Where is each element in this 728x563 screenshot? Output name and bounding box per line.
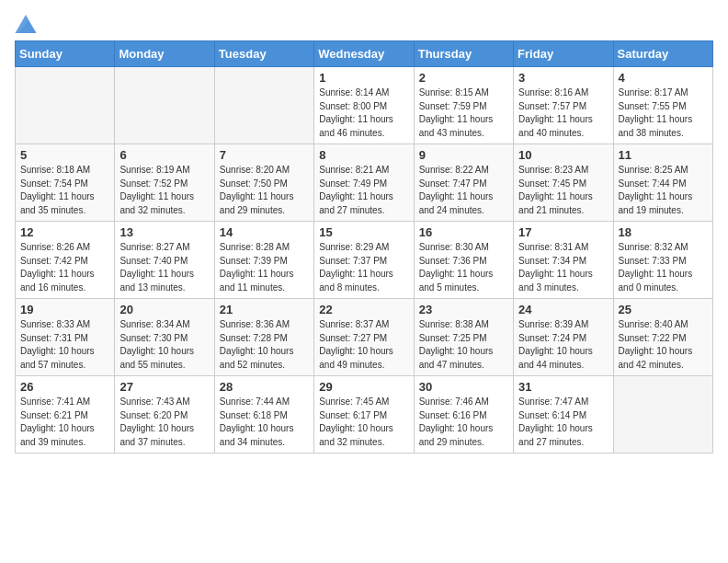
week-row-5: 26Sunrise: 7:41 AM Sunset: 6:21 PM Dayli… — [16, 376, 713, 454]
day-info: Sunrise: 8:17 AM Sunset: 7:55 PM Dayligh… — [619, 86, 708, 140]
day-number: 20 — [119, 303, 209, 316]
col-header-monday: Monday — [115, 41, 214, 67]
day-number: 1 — [319, 71, 408, 85]
day-number: 17 — [518, 225, 608, 239]
day-number: 7 — [220, 148, 309, 162]
logo — [15, 15, 40, 33]
day-info: Sunrise: 8:19 AM Sunset: 7:52 PM Dayligh… — [119, 164, 209, 217]
week-row-3: 12Sunrise: 8:26 AM Sunset: 7:42 PM Dayli… — [16, 222, 713, 299]
day-cell: 6Sunrise: 8:19 AM Sunset: 7:52 PM Daylig… — [115, 144, 214, 222]
day-info: Sunrise: 7:46 AM Sunset: 6:16 PM Dayligh… — [419, 396, 508, 449]
day-number: 3 — [518, 71, 608, 85]
day-number: 11 — [619, 148, 708, 162]
col-header-wednesday: Wednesday — [314, 41, 414, 67]
day-number: 24 — [518, 303, 608, 316]
day-cell: 15Sunrise: 8:29 AM Sunset: 7:37 PM Dayli… — [314, 222, 414, 299]
day-cell: 30Sunrise: 7:46 AM Sunset: 6:16 PM Dayli… — [414, 376, 513, 454]
day-number: 26 — [20, 380, 109, 394]
day-info: Sunrise: 7:43 AM Sunset: 6:20 PM Dayligh… — [119, 396, 209, 449]
day-cell: 3Sunrise: 8:16 AM Sunset: 7:57 PM Daylig… — [514, 67, 613, 144]
day-cell: 20Sunrise: 8:34 AM Sunset: 7:30 PM Dayli… — [115, 299, 214, 376]
day-info: Sunrise: 8:29 AM Sunset: 7:37 PM Dayligh… — [319, 241, 408, 294]
day-cell: 22Sunrise: 8:37 AM Sunset: 7:27 PM Dayli… — [314, 299, 414, 376]
header-row: SundayMondayTuesdayWednesdayThursdayFrid… — [16, 41, 713, 67]
day-cell: 14Sunrise: 8:28 AM Sunset: 7:39 PM Dayli… — [214, 222, 313, 299]
day-info: Sunrise: 8:26 AM Sunset: 7:42 PM Dayligh… — [20, 241, 109, 294]
day-number: 19 — [20, 303, 109, 316]
day-number: 23 — [419, 303, 508, 316]
week-row-2: 5Sunrise: 8:18 AM Sunset: 7:54 PM Daylig… — [16, 144, 713, 222]
day-cell: 19Sunrise: 8:33 AM Sunset: 7:31 PM Dayli… — [16, 299, 115, 376]
day-info: Sunrise: 7:41 AM Sunset: 6:21 PM Dayligh… — [20, 396, 109, 449]
day-cell: 4Sunrise: 8:17 AM Sunset: 7:55 PM Daylig… — [613, 67, 712, 144]
day-number: 15 — [319, 225, 408, 239]
day-number: 6 — [119, 148, 209, 162]
col-header-friday: Friday — [514, 41, 613, 67]
day-info: Sunrise: 8:38 AM Sunset: 7:25 PM Dayligh… — [419, 318, 508, 372]
day-cell: 27Sunrise: 7:43 AM Sunset: 6:20 PM Dayli… — [115, 376, 214, 454]
day-cell: 23Sunrise: 8:38 AM Sunset: 7:25 PM Dayli… — [414, 299, 513, 376]
day-cell: 24Sunrise: 8:39 AM Sunset: 7:24 PM Dayli… — [514, 299, 613, 376]
day-cell: 26Sunrise: 7:41 AM Sunset: 6:21 PM Dayli… — [16, 376, 115, 454]
day-cell: 18Sunrise: 8:32 AM Sunset: 7:33 PM Dayli… — [613, 222, 712, 299]
day-cell: 16Sunrise: 8:30 AM Sunset: 7:36 PM Dayli… — [414, 222, 513, 299]
day-number: 5 — [20, 148, 109, 162]
day-number: 10 — [518, 148, 608, 162]
day-number: 21 — [220, 303, 309, 316]
day-info: Sunrise: 7:44 AM Sunset: 6:18 PM Dayligh… — [220, 396, 309, 449]
day-info: Sunrise: 8:18 AM Sunset: 7:54 PM Dayligh… — [20, 164, 109, 217]
day-number: 2 — [419, 71, 508, 85]
day-cell — [613, 376, 712, 454]
day-info: Sunrise: 8:25 AM Sunset: 7:44 PM Dayligh… — [619, 164, 708, 217]
day-cell: 13Sunrise: 8:27 AM Sunset: 7:40 PM Dayli… — [115, 222, 214, 299]
day-cell: 31Sunrise: 7:47 AM Sunset: 6:14 PM Dayli… — [514, 376, 613, 454]
day-cell: 7Sunrise: 8:20 AM Sunset: 7:50 PM Daylig… — [214, 144, 313, 222]
day-number: 25 — [619, 303, 708, 316]
day-info: Sunrise: 8:16 AM Sunset: 7:57 PM Dayligh… — [518, 86, 608, 140]
col-header-sunday: Sunday — [16, 41, 115, 67]
day-cell: 1Sunrise: 8:14 AM Sunset: 8:00 PM Daylig… — [314, 67, 414, 144]
day-cell: 25Sunrise: 8:40 AM Sunset: 7:22 PM Dayli… — [613, 299, 712, 376]
day-number: 28 — [220, 380, 309, 394]
day-number: 4 — [619, 71, 708, 85]
day-cell: 10Sunrise: 8:23 AM Sunset: 7:45 PM Dayli… — [514, 144, 613, 222]
calendar-table: SundayMondayTuesdayWednesdayThursdayFrid… — [15, 40, 713, 454]
day-number: 9 — [419, 148, 508, 162]
day-info: Sunrise: 8:15 AM Sunset: 7:59 PM Dayligh… — [419, 86, 508, 140]
day-info: Sunrise: 8:23 AM Sunset: 7:45 PM Dayligh… — [518, 164, 608, 217]
day-number: 31 — [518, 380, 608, 394]
day-info: Sunrise: 8:32 AM Sunset: 7:33 PM Dayligh… — [619, 241, 708, 294]
day-info: Sunrise: 8:20 AM Sunset: 7:50 PM Dayligh… — [220, 164, 309, 217]
day-cell: 8Sunrise: 8:21 AM Sunset: 7:49 PM Daylig… — [314, 144, 414, 222]
day-info: Sunrise: 8:31 AM Sunset: 7:34 PM Dayligh… — [518, 241, 608, 294]
day-number: 29 — [319, 380, 408, 394]
day-number: 18 — [619, 225, 708, 239]
col-header-thursday: Thursday — [414, 41, 513, 67]
logo-icon — [15, 15, 37, 33]
day-info: Sunrise: 8:36 AM Sunset: 7:28 PM Dayligh… — [220, 318, 309, 372]
day-info: Sunrise: 8:30 AM Sunset: 7:36 PM Dayligh… — [419, 241, 508, 294]
day-info: Sunrise: 8:39 AM Sunset: 7:24 PM Dayligh… — [518, 318, 608, 372]
day-number: 27 — [119, 380, 209, 394]
day-info: Sunrise: 8:28 AM Sunset: 7:39 PM Dayligh… — [220, 241, 309, 294]
day-cell: 5Sunrise: 8:18 AM Sunset: 7:54 PM Daylig… — [16, 144, 115, 222]
day-info: Sunrise: 8:21 AM Sunset: 7:49 PM Dayligh… — [319, 164, 408, 217]
week-row-4: 19Sunrise: 8:33 AM Sunset: 7:31 PM Dayli… — [16, 299, 713, 376]
day-cell: 29Sunrise: 7:45 AM Sunset: 6:17 PM Dayli… — [314, 376, 414, 454]
day-cell: 12Sunrise: 8:26 AM Sunset: 7:42 PM Dayli… — [16, 222, 115, 299]
day-info: Sunrise: 8:34 AM Sunset: 7:30 PM Dayligh… — [119, 318, 209, 372]
day-number: 30 — [419, 380, 508, 394]
day-cell — [115, 67, 214, 144]
day-number: 13 — [119, 225, 209, 239]
col-header-saturday: Saturday — [613, 41, 712, 67]
day-number: 12 — [20, 225, 109, 239]
day-info: Sunrise: 8:37 AM Sunset: 7:27 PM Dayligh… — [319, 318, 408, 372]
day-info: Sunrise: 8:40 AM Sunset: 7:22 PM Dayligh… — [619, 318, 708, 372]
day-cell: 17Sunrise: 8:31 AM Sunset: 7:34 PM Dayli… — [514, 222, 613, 299]
col-header-tuesday: Tuesday — [214, 41, 313, 67]
day-info: Sunrise: 8:22 AM Sunset: 7:47 PM Dayligh… — [419, 164, 508, 217]
day-number: 22 — [319, 303, 408, 316]
day-cell: 21Sunrise: 8:36 AM Sunset: 7:28 PM Dayli… — [214, 299, 313, 376]
day-number: 16 — [419, 225, 508, 239]
page-header — [15, 15, 713, 33]
